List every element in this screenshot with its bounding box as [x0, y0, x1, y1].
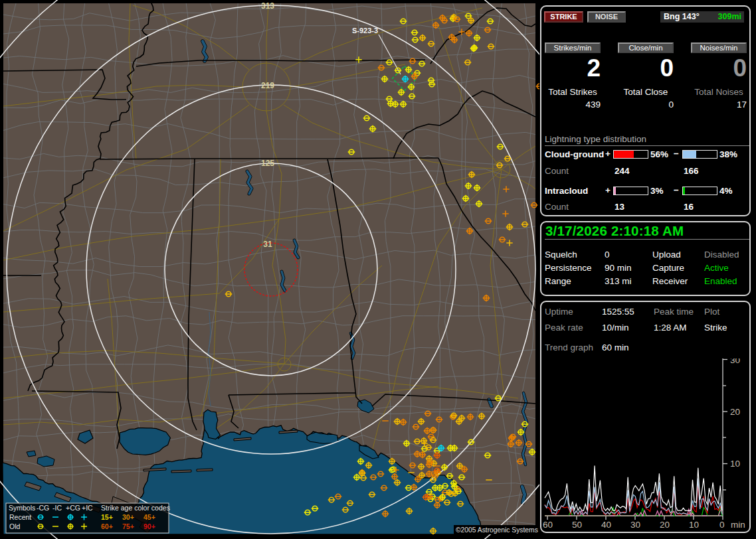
svg-text:40: 40 — [601, 520, 611, 530]
svg-text:60: 60 — [543, 520, 553, 530]
svg-text:90+: 90+ — [143, 522, 155, 530]
svg-text:219: 219 — [261, 81, 274, 90]
svg-text:30: 30 — [730, 358, 740, 365]
svg-text:30+: 30+ — [122, 513, 134, 521]
svg-text:10: 10 — [689, 520, 699, 530]
svg-text:313: 313 — [261, 1, 274, 11]
svg-text:30: 30 — [630, 520, 640, 530]
svg-text:©2005 Astrogenic Systems: ©2005 Astrogenic Systems — [456, 526, 538, 534]
svg-text:50: 50 — [572, 520, 582, 530]
svg-text:15+: 15+ — [101, 513, 113, 521]
svg-text:Strike age color codes: Strike age color codes — [101, 504, 170, 512]
svg-text:-IC: -IC — [52, 504, 62, 512]
svg-text:20: 20 — [660, 520, 670, 530]
svg-text:-CG: -CG — [37, 504, 49, 512]
svg-text:Old: Old — [9, 522, 21, 530]
svg-text:min: min — [731, 520, 745, 530]
svg-text:S-923-3: S-923-3 — [352, 27, 378, 35]
svg-text:Recent: Recent — [9, 513, 31, 521]
svg-text:10: 10 — [730, 459, 740, 469]
svg-text:125: 125 — [261, 159, 274, 168]
svg-text:20: 20 — [730, 407, 740, 417]
svg-text:75+: 75+ — [122, 522, 134, 530]
svg-text:+IC: +IC — [82, 504, 93, 512]
svg-text:0: 0 — [719, 520, 725, 530]
svg-text:31: 31 — [263, 240, 272, 249]
svg-text:45+: 45+ — [143, 513, 155, 521]
svg-text:+CG: +CG — [66, 504, 80, 512]
svg-text:Symbols: Symbols — [9, 504, 35, 512]
svg-text:60+: 60+ — [101, 522, 113, 530]
